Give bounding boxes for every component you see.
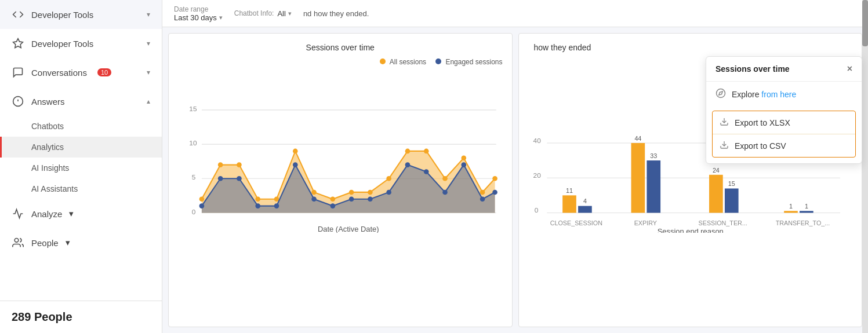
engaged-dot [424,169,429,174]
all-dot [293,149,298,154]
all-dot [255,196,260,202]
engaged-dot [492,190,497,195]
sidebar: Developer Tools ▾ Developer Tools ▾ Conv… [0,0,162,333]
sidebar-subitem-chatbots[interactable]: Chatbots [0,116,162,137]
download-xlsx-icon [720,117,729,128]
date-range-selector[interactable]: Last 30 days ▾ [174,13,223,22]
bar-close-all [562,195,576,213]
all-dot [349,190,354,195]
conversations-badge: 10 [97,68,111,76]
all-dot [331,196,336,202]
engaged-dot [442,190,448,195]
bar-sessionter-engaged [724,188,738,213]
chatbot-info-selector[interactable]: All ▾ [277,9,291,18]
bar-sessionter-all [709,175,723,213]
chevron-down-icon: ▾ [69,208,74,219]
legend-engaged-sessions: Engaged sessions [435,58,502,66]
svg-point-4 [14,239,19,243]
engaged-dot [480,196,485,202]
all-dot [218,162,223,167]
bar-close-all-label: 11 [566,187,573,194]
legend-dot-engaged [435,58,441,64]
bar-transfer-all-label: 1 [789,203,792,210]
y-label-10: 10 [189,139,197,147]
legend-all-sessions: All sessions [380,58,426,66]
sidebar-subitem-ai-insights-label: AI Insights [31,163,69,173]
bar-expiry-all-label: 44 [634,135,641,142]
sidebar-item-answers[interactable]: Answers ▴ [0,87,162,116]
sidebar-item-developer-tools[interactable]: Developer Tools ▾ [0,0,162,29]
engaged-dot [461,162,466,167]
all-dot [199,196,205,202]
engaged-dot [255,203,260,208]
chatbot-info-section: Chatbot Info: All ▾ [234,9,292,18]
sidebar-subitem-ai-assistants-label: AI Assistants [31,184,78,193]
export-csv-label: Export to CSV [735,141,786,151]
sessions-over-time-chart: Sessions over time All sessions Engaged … [168,33,513,327]
sidebar-item-people[interactable]: People ▾ [0,228,162,257]
bar-expiry-all [631,143,645,213]
export-csv-item[interactable]: Export to CSV [713,134,855,157]
sidebar-subitem-analytics-label: Analytics [31,142,64,152]
sidebar-item-conversations[interactable]: Conversations 10 ▾ [0,58,162,87]
all-dot [442,176,448,181]
sidebar-item-conversations-label: Conversations [31,68,87,78]
sessions-over-time-dropdown: Sessions over time × Explore from here E… [706,56,862,164]
chatbot-info-value: All [277,9,285,18]
toolbar-description: nd how they ended. [303,9,369,18]
dropdown-close-button[interactable]: × [847,64,852,74]
sidebar-subitem-analytics[interactable]: Analytics [0,137,162,158]
x-label-expiry: EXPIRY [634,219,656,226]
scrollbar-thumb[interactable] [862,0,868,46]
legend-dot-all [380,58,386,64]
download-csv-icon [720,140,729,151]
sidebar-item-analyze[interactable]: Analyze ▾ [0,199,162,228]
all-dot [461,155,466,160]
vertical-scrollbar[interactable] [862,0,868,333]
people-icon [12,236,24,249]
charts-area: Sessions over time All sessions Engaged … [162,27,868,333]
left-chart-legend: All sessions Engaged sessions [178,58,503,66]
engaged-dot [199,203,205,208]
chat-icon [12,66,24,79]
all-dot [368,190,373,195]
engaged-dot [311,196,317,202]
x-label-close: CLOSE_SESSION [550,219,602,226]
date-range-label: Date range [174,5,208,13]
sidebar-subitem-ai-assistants[interactable]: AI Assistants [0,178,162,199]
right-x-axis-title: Session end reason [657,227,723,233]
legend-engaged-label: Engaged sessions [445,58,502,66]
engaged-dot [349,196,354,202]
dropdown-explore-item[interactable]: Explore from here [706,82,862,107]
chevron-down-icon: ▾ [147,68,150,76]
bar-sessionter-all-label: 24 [712,167,719,174]
lightbulb-icon [12,95,24,108]
engaged-dot [331,203,336,208]
x-axis-title: Date (Active Date) [318,225,379,233]
bar-close-engaged-label: 4 [583,197,586,204]
bar-transfer-all [784,211,798,213]
date-range-chevron: ▾ [219,14,223,21]
all-dot [237,162,242,167]
y-label-15: 15 [189,105,197,113]
engaged-dot [405,162,411,167]
main-content: Date range Last 30 days ▾ Chatbot Info: … [162,0,868,333]
sidebar-subitem-ai-insights[interactable]: AI Insights [0,158,162,178]
bar-transfer-engaged-label: 1 [804,203,808,210]
left-chart-svg: 0 5 10 15 [178,71,503,233]
all-dot [424,149,429,154]
y-label-5: 5 [192,173,196,181]
bar-expiry-engaged-label: 33 [650,152,657,159]
sidebar-item-developer-tools-label: Developer Tools [31,10,93,20]
all-dot [405,149,411,154]
y-label-right-0: 0 [534,206,538,214]
sidebar-item-moments-label: Developer Tools [31,39,93,49]
x-label-sessionter: SESSION_TER... [698,219,747,226]
dropdown-header: Sessions over time × [706,57,862,82]
chevron-up-icon: ▴ [147,97,150,105]
y-label-0: 0 [192,208,196,216]
export-xlsx-item[interactable]: Export to XLSX [713,111,855,134]
all-dot [311,190,317,195]
chevron-down-icon: ▾ [66,237,70,248]
sidebar-item-moments[interactable]: Developer Tools ▾ [0,29,162,58]
